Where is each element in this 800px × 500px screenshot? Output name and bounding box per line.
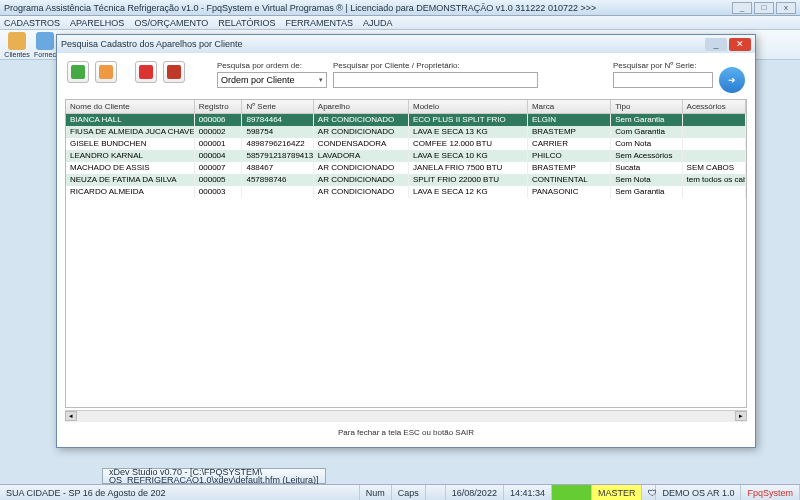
menu-item-1[interactable]: APARELHOS	[70, 18, 124, 28]
column-header-6[interactable]: Tipo	[611, 100, 682, 113]
column-header-5[interactable]: Marca	[528, 100, 611, 113]
search-client-input[interactable]	[333, 72, 538, 88]
table-cell	[683, 150, 746, 162]
column-header-7[interactable]: Acessórios	[683, 100, 746, 113]
results-grid: Nome do ClienteRegistroNº SerieAparelhoM…	[65, 99, 747, 408]
modal-minimize-button[interactable]: _	[705, 38, 727, 51]
search-client-label: Pesquisar por Cliente / Proprietário:	[333, 61, 607, 70]
table-cell: LAVADORA	[314, 150, 409, 162]
menu-item-3[interactable]: RELATÓRIOS	[218, 18, 275, 28]
table-cell: ECO PLUS II SPLIT FRIO	[409, 114, 528, 126]
menu-item-2[interactable]: OS/ORÇAMENTO	[134, 18, 208, 28]
table-cell: CONDENSADORA	[314, 138, 409, 150]
modal-body: Pesquisa por ordem de: Ordem por Cliente…	[57, 53, 755, 447]
table-row[interactable]: NEUZA DE FATIMA DA SILVA000005457898746A…	[66, 174, 746, 186]
status-demo: DEMO OS AR 1.0	[656, 485, 741, 500]
main-titlebar: Programa Assistência Técnica Refrigeraçã…	[0, 0, 800, 16]
horizontal-scrollbar[interactable]: ◂ ▸	[65, 410, 747, 422]
column-header-3[interactable]: Aparelho	[314, 100, 409, 113]
table-cell: Sem Nota	[611, 174, 682, 186]
column-header-0[interactable]: Nome do Cliente	[66, 100, 195, 113]
table-cell: FIUSA DE ALMEIDA JUCA CHAVES	[66, 126, 195, 138]
table-cell: 000004	[195, 150, 243, 162]
table-cell: BRASTEMP	[528, 162, 611, 174]
modal-window-controls: _ ✕	[705, 38, 751, 51]
grid-body[interactable]: BIANCA HALL00000689784464AR CONDICIONADO…	[66, 114, 746, 407]
close-button[interactable]: x	[776, 2, 796, 14]
statusbar: SUA CIDADE - SP 16 de Agosto de 202 Num …	[0, 484, 800, 500]
minimize-button[interactable]: _	[732, 2, 752, 14]
column-header-2[interactable]: Nº Serie	[242, 100, 313, 113]
table-row[interactable]: RICARDO ALMEIDA000003AR CONDICIONADOLAVA…	[66, 186, 746, 198]
column-header-4[interactable]: Modelo	[409, 100, 528, 113]
delete-button[interactable]	[135, 61, 157, 83]
toolbar-label: Clientes	[4, 51, 29, 58]
table-cell: 457898746	[242, 174, 313, 186]
table-cell	[683, 186, 746, 198]
table-cell: 48987962164Z2	[242, 138, 313, 150]
taskbar-app-button[interactable]: xDev Studio v0.70 - [C:\FPQSYSTEM\ OS_RE…	[102, 468, 326, 484]
exit-icon	[167, 65, 181, 79]
table-cell	[683, 138, 746, 150]
order-select[interactable]: Ordem por Cliente ▾	[217, 72, 327, 88]
maximize-button[interactable]: □	[754, 2, 774, 14]
column-header-1[interactable]: Registro	[195, 100, 243, 113]
table-row[interactable]: GISELE BUNDCHEN00000148987962164Z2CONDEN…	[66, 138, 746, 150]
table-cell: AR CONDICIONADO	[314, 186, 409, 198]
modal-footer-message: Para fechar a tela ESC ou botão SAIR	[61, 422, 751, 443]
table-cell: SPLIT FRIO 22000 BTU	[409, 174, 528, 186]
menu-item-0[interactable]: CADASTROS	[4, 18, 60, 28]
edit-button[interactable]	[95, 61, 117, 83]
table-row[interactable]: BIANCA HALL00000689784464AR CONDICIONADO…	[66, 114, 746, 126]
toolbar-label: Fornec	[34, 51, 56, 58]
table-row[interactable]: LEANDRO KARNAL00000458579121878941327897…	[66, 150, 746, 162]
table-cell: AR CONDICIONADO	[314, 162, 409, 174]
scroll-right-button[interactable]: ▸	[735, 411, 747, 421]
menubar: CADASTROSAPARELHOSOS/ORÇAMENTORELATÓRIOS…	[0, 16, 800, 30]
toolbar-icon-0	[8, 32, 26, 50]
status-scr	[426, 485, 446, 500]
table-cell: 000007	[195, 162, 243, 174]
search-serial-input[interactable]	[613, 72, 713, 88]
table-cell: 000001	[195, 138, 243, 150]
search-order-block: Pesquisa por ordem de: Ordem por Cliente…	[217, 61, 327, 88]
modal-action-row: Pesquisa por ordem de: Ordem por Cliente…	[61, 57, 751, 97]
toolbar-button-0[interactable]: Clientes	[4, 32, 30, 58]
table-cell: RICARDO ALMEIDA	[66, 186, 195, 198]
menu-item-4[interactable]: FERRAMENTAS	[286, 18, 353, 28]
exit-button[interactable]	[163, 61, 185, 83]
toolbar-icon-1	[36, 32, 54, 50]
table-cell: 598754	[242, 126, 313, 138]
table-cell: NEUZA DE FATIMA DA SILVA	[66, 174, 195, 186]
menu-item-5[interactable]: AJUDA	[363, 18, 393, 28]
table-cell: 488467	[242, 162, 313, 174]
add-button[interactable]	[67, 61, 89, 83]
modal-titlebar: Pesquisa Cadastro dos Aparelhos por Clie…	[57, 35, 755, 53]
status-indicator-green	[552, 485, 592, 500]
table-cell: 58579121878941327897T	[242, 150, 313, 162]
search-go-button[interactable]: ➜	[719, 67, 745, 93]
table-row[interactable]: MACHADO DE ASSIS000007488467AR CONDICION…	[66, 162, 746, 174]
table-cell: AR CONDICIONADO	[314, 174, 409, 186]
status-num: Num	[360, 485, 392, 500]
search-serial-block: Pesquisar por Nº Serie:	[613, 61, 713, 88]
toolbar-button-1[interactable]: Fornec	[32, 32, 58, 58]
delete-icon	[139, 65, 153, 79]
search-client-block: Pesquisar por Cliente / Proprietário:	[333, 61, 607, 88]
status-city: SUA CIDADE - SP 16 de Agosto de 202	[0, 485, 360, 500]
table-cell: PHILCO	[528, 150, 611, 162]
table-cell	[242, 186, 313, 198]
table-cell: Sem Garantia	[611, 114, 682, 126]
edit-icon	[99, 65, 113, 79]
modal-close-button[interactable]: ✕	[729, 38, 751, 51]
status-shield-icon: 🛡	[642, 485, 656, 500]
table-cell: LEANDRO KARNAL	[66, 150, 195, 162]
table-row[interactable]: FIUSA DE ALMEIDA JUCA CHAVES000002598754…	[66, 126, 746, 138]
table-cell: 000005	[195, 174, 243, 186]
table-cell: LAVA E SECA 10 KG	[409, 150, 528, 162]
search-order-label: Pesquisa por ordem de:	[217, 61, 327, 70]
table-cell: 000002	[195, 126, 243, 138]
table-cell: ELGIN	[528, 114, 611, 126]
table-cell: Com Garantia	[611, 126, 682, 138]
scroll-left-button[interactable]: ◂	[65, 411, 77, 421]
